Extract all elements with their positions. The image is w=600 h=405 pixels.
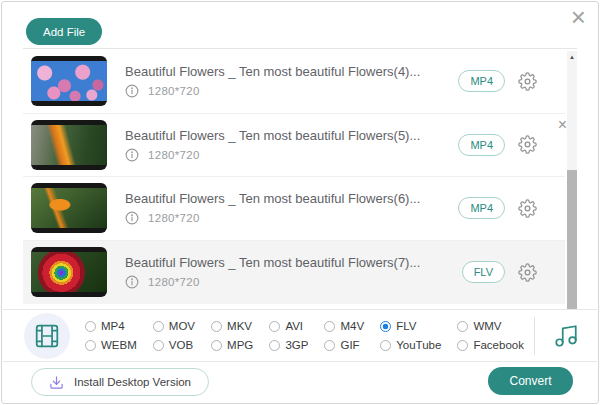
thumbnail-image	[31, 188, 107, 228]
file-subline: 1280*720	[125, 211, 458, 225]
radio-icon[interactable]	[457, 321, 468, 332]
scrollbar[interactable]: ▲	[567, 51, 577, 309]
file-resolution: 1280*720	[148, 85, 200, 97]
radio-icon[interactable]	[380, 340, 391, 351]
format-radio-mkv[interactable]: MKV	[211, 320, 253, 332]
install-label: Install Desktop Version	[74, 376, 191, 388]
file-subline: 1280*720	[125, 148, 458, 162]
close-icon[interactable]: ×	[571, 4, 586, 30]
thumbnail-image	[31, 125, 107, 165]
format-label: WEBM	[101, 339, 137, 351]
format-label: M4V	[340, 320, 364, 332]
video-converter-app: { "icons": { "close": "×", "row_close": …	[0, 0, 600, 405]
file-title: Beautiful Flowers _ Ten most beautiful F…	[125, 255, 462, 270]
format-badge[interactable]: FLV	[462, 261, 505, 283]
thumbnail-image	[31, 61, 107, 101]
info-icon[interactable]	[125, 275, 139, 289]
scrollbar-thumb[interactable]	[567, 170, 577, 309]
file-subline: 1280*720	[125, 84, 458, 98]
format-badge[interactable]: MP4	[458, 197, 505, 219]
video-thumbnail	[31, 183, 107, 233]
settings-gear-icon[interactable]	[518, 72, 537, 91]
format-label: GIF	[340, 339, 359, 351]
radio-icon[interactable]	[153, 340, 164, 351]
info-icon[interactable]	[125, 84, 139, 98]
format-radio-flv[interactable]: FLV	[380, 320, 441, 332]
format-radio-mpg[interactable]: MPG	[211, 339, 253, 351]
radio-icon[interactable]	[85, 340, 96, 351]
file-resolution: 1280*720	[148, 212, 200, 224]
file-resolution: 1280*720	[148, 276, 200, 288]
radio-icon[interactable]	[269, 321, 280, 332]
format-label: MOV	[169, 320, 195, 332]
file-title: Beautiful Flowers _ Ten most beautiful F…	[125, 128, 458, 143]
format-radio-facebook[interactable]: Facebook	[457, 339, 524, 351]
info-icon[interactable]	[125, 211, 139, 225]
file-list: Beautiful Flowers _ Ten most beautiful F…	[23, 48, 577, 309]
video-thumbnail	[31, 120, 107, 170]
video-thumbnail	[31, 247, 107, 297]
radio-icon[interactable]	[85, 321, 96, 332]
format-radio-3gp[interactable]: 3GP	[269, 339, 308, 351]
format-label: MPG	[227, 339, 253, 351]
file-meta: Beautiful Flowers _ Ten most beautiful F…	[125, 128, 458, 162]
radio-icon[interactable]	[457, 340, 468, 351]
file-title: Beautiful Flowers _ Ten most beautiful F…	[125, 64, 458, 79]
video-format-section-icon	[24, 313, 70, 359]
install-desktop-button[interactable]: Install Desktop Version	[31, 368, 209, 396]
format-radio-wmv[interactable]: WMV	[457, 320, 524, 332]
thumbnail-image	[31, 252, 107, 292]
radio-icon[interactable]	[380, 321, 391, 332]
format-label: AVI	[285, 320, 303, 332]
remove-file-icon[interactable]: ×	[558, 117, 567, 133]
radio-icon[interactable]	[211, 340, 222, 351]
file-row[interactable]: Beautiful Flowers _ Ten most beautiful F…	[23, 114, 565, 178]
file-row[interactable]: Beautiful Flowers _ Ten most beautiful F…	[23, 177, 565, 241]
radio-icon[interactable]	[324, 321, 335, 332]
download-icon	[49, 375, 64, 390]
format-radio-mov[interactable]: MOV	[153, 320, 195, 332]
format-label: 3GP	[285, 339, 308, 351]
format-label: WMV	[473, 320, 501, 332]
format-radio-avi[interactable]: AVI	[269, 320, 308, 332]
format-label: Facebook	[473, 339, 524, 351]
file-subline: 1280*720	[125, 275, 462, 289]
format-label: YouTube	[396, 339, 441, 351]
file-resolution: 1280*720	[148, 149, 200, 161]
format-badge[interactable]: MP4	[458, 134, 505, 156]
file-row[interactable]: Beautiful Flowers _ Ten most beautiful F…	[23, 241, 565, 305]
settings-gear-icon[interactable]	[518, 263, 537, 282]
file-meta: Beautiful Flowers _ Ten most beautiful F…	[125, 64, 458, 98]
radio-icon[interactable]	[153, 321, 164, 332]
format-bar: MP4MOVMKVAVIM4VFLVWMVWEBMVOBMPG3GPGIFYou…	[3, 309, 597, 362]
video-thumbnail	[31, 56, 107, 106]
add-file-button[interactable]: Add File	[26, 18, 102, 45]
format-label: FLV	[396, 320, 416, 332]
file-rows: Beautiful Flowers _ Ten most beautiful F…	[23, 50, 565, 309]
radio-icon[interactable]	[269, 340, 280, 351]
app-window: × Add File Beautiful Flowers _ Ten most …	[1, 1, 599, 404]
format-label: VOB	[169, 339, 193, 351]
format-badge[interactable]: MP4	[458, 70, 505, 92]
radio-icon[interactable]	[324, 340, 335, 351]
radio-icon[interactable]	[211, 321, 222, 332]
settings-gear-icon[interactable]	[518, 135, 537, 154]
format-radio-mp4[interactable]: MP4	[85, 320, 137, 332]
file-meta: Beautiful Flowers _ Ten most beautiful F…	[125, 191, 458, 225]
scroll-up-icon[interactable]: ▲	[567, 54, 577, 60]
settings-gear-icon[interactable]	[518, 199, 537, 218]
format-radio-gif[interactable]: GIF	[324, 339, 364, 351]
film-icon	[34, 323, 60, 349]
format-radio-youtube[interactable]: YouTube	[380, 339, 441, 351]
info-icon[interactable]	[125, 148, 139, 162]
footer: Install Desktop Version Convert	[3, 362, 597, 402]
file-row[interactable]: Beautiful Flowers _ Ten most beautiful F…	[23, 50, 565, 114]
format-label: MP4	[101, 320, 125, 332]
convert-button[interactable]: Convert	[488, 367, 573, 395]
format-radio-vob[interactable]: VOB	[153, 339, 195, 351]
format-radio-m4v[interactable]: M4V	[324, 320, 364, 332]
audio-formats-icon[interactable]	[535, 323, 597, 349]
format-options-grid: MP4MOVMKVAVIM4VFLVWMVWEBMVOBMPG3GPGIFYou…	[85, 320, 524, 351]
format-label: MKV	[227, 320, 252, 332]
format-radio-webm[interactable]: WEBM	[85, 339, 137, 351]
